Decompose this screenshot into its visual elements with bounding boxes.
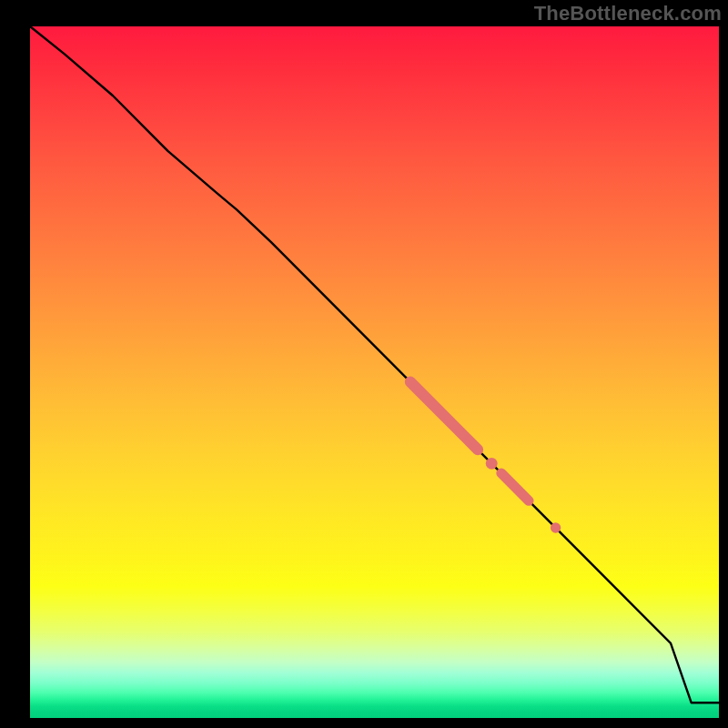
chart-root: TheBottleneck.com [0,0,728,728]
watermark-text: TheBottleneck.com [534,2,722,25]
plot-area [30,26,719,718]
